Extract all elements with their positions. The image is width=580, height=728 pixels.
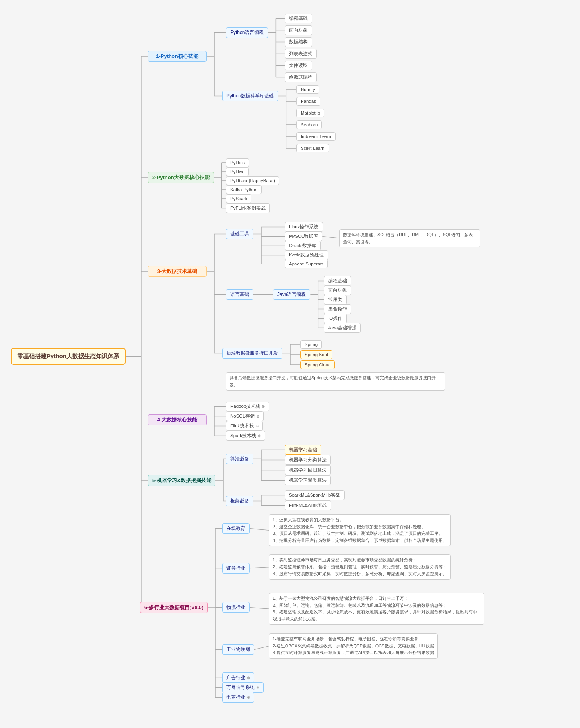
l3-imblearn: Imblearn-Learn (296, 132, 336, 141)
l3-kafka-python: Kafka-Python (226, 185, 262, 194)
root-label: 零基础搭建Python大数据生态知识体系 (17, 353, 119, 359)
l3-pandas: Pandas (296, 97, 320, 106)
l3-oo: 面向对象 (285, 25, 312, 35)
l3-numpy: Numpy (296, 85, 319, 94)
l2-ad: 广告行业 ⊕ (222, 672, 254, 683)
desc-securities: 1、实时监控证券市场每日业务交易，实现对证券市场交易数据的统计分析； 2、搭建监… (269, 554, 451, 580)
l3-ml-cls: 机器学习分类算法 (285, 455, 331, 465)
l3-pyhive: PyHive (226, 167, 249, 176)
l3-ds: 数据结构 (285, 37, 312, 47)
desc-edu: 1、还原大型在线教育的大数据平台。 2、建立企业数据仓库，统一企业数据中心，把分… (269, 514, 451, 546)
l3-ml-reg: 机器学习回归算法 (285, 465, 331, 475)
l3-oracle: Oracle数据库 (285, 241, 321, 251)
l2-framework: 框架必备 (226, 496, 253, 506)
l3-spring: Spring (300, 340, 322, 349)
svg-line-95 (254, 646, 269, 649)
l3-java-coll: 集合操作 (324, 304, 351, 314)
l2-ecomm: 电商行业 ⊕ (222, 692, 254, 703)
l2-python-sci: Python数据科学库基础 (222, 91, 278, 101)
desc-microservice: 具备后端数据微服务接口开发，可胜任通过Spring技术架构完成微服务搭建，可完成… (226, 372, 445, 391)
l1-ml-label: 5-机器学习&数据挖掘技能 (152, 477, 211, 483)
l3-mysql: MySQL数据库 (285, 231, 322, 241)
l1-bigdata-core-label: 4-大数据核心技能 (157, 417, 198, 423)
l3-java-oo: 面向对象 (324, 285, 351, 295)
svg-line-94 (250, 608, 269, 609)
l1-python-core-label: 1-Python核心技能 (156, 53, 198, 59)
l1-bigdata-tech: 3-大数据技术基础 (148, 266, 207, 277)
l1-bigdata-core: 4-大数据核心技能 (148, 414, 207, 425)
l3-java-class: 常用类 (324, 295, 347, 305)
l2-tools: 基础工具 (226, 229, 253, 239)
l3-pyspark: PySpark (226, 194, 251, 203)
desc-mysql: 数据库环境搭建、SQL语言（DDL、DML、DQL）、SQL语句、多表查询、索引… (339, 229, 480, 247)
l1-bigdata-tech-label: 3-大数据技术基础 (157, 268, 198, 274)
l3-list-expr: 列表表达式 (285, 49, 317, 59)
l1-python-core: 1-Python核心技能 (148, 51, 207, 62)
l2-wan: 万网信号系统 ⊕ (222, 682, 264, 693)
l3-kettle: Kettle数据预处理 (285, 250, 328, 260)
l3-java-advanced: Java基础增强 (324, 323, 361, 333)
l2-algo: 算法必备 (226, 454, 253, 464)
l3-sklearn: Scikit-Learn (296, 144, 329, 152)
l3-prog-base: 编程基础 (285, 14, 312, 23)
l3-file-read: 文件读取 (285, 61, 312, 70)
l2-iot: 工业物联网 (222, 644, 254, 655)
l3-sparkml: SparkML&SparkMllib实战 (285, 490, 345, 500)
desc-iot: 1-涵盖完整车联网业务场景，包含驾驶行程、电子围栏、远程诊断等真实业务 2-通过… (269, 633, 438, 659)
l2-logistics: 物流行业 (222, 602, 250, 613)
l3-flinkml: FlinkML&Alink实战 (285, 500, 331, 510)
l3-spring-cloud: Spring Cloud (300, 360, 335, 369)
l3-matplotlib: Matplotlib (296, 109, 324, 117)
l2-online-edu: 在线教育 (222, 523, 250, 534)
svg-line-92 (250, 529, 269, 531)
l1-python-bigdata-label: 2-Python大数据核心技能 (152, 174, 210, 180)
l3-superset: Apache Superset (285, 260, 328, 268)
l3-java-io: IO操作 (324, 314, 347, 323)
l1-python-bigdata: 2-Python大数据核心技能 (148, 172, 214, 183)
l2-lang: 语言基础 (226, 289, 253, 300)
l1-projects: 6-多行业大数据项目(V8.0) (140, 602, 208, 613)
l1-ml: 5-机器学习&数据挖掘技能 (148, 475, 215, 486)
l3-seaborn: Seaborn (296, 120, 322, 129)
l3-pyhdfs: PyHdfs (226, 158, 249, 167)
l3-nosql: NoSQL存储 ⊕ (226, 411, 264, 421)
l2-python-lang: Python语言编程 (226, 27, 268, 38)
l1-projects-label: 6-多行业大数据项目(V8.0) (144, 604, 203, 610)
page-container: 零基础搭建Python大数据生态知识体系 1-Python核心技能 Python… (0, 0, 580, 728)
root-node: 零基础搭建Python大数据生态知识体系 (11, 348, 126, 365)
mind-map: 零基础搭建Python大数据生态知识体系 1-Python核心技能 Python… (4, 8, 575, 719)
l3-hadoop: Hadoop技术栈 ⊕ (226, 402, 269, 411)
svg-line-48 (322, 237, 339, 238)
desc-logistics: 1、基于一家大型物流公司研发的智慧物流大数据平台，日订单上千万； 2、围绕订单、… (269, 593, 484, 625)
l2-java: Java语言编程 (273, 289, 310, 300)
l3-ml-cluster: 机器学习聚类算法 (285, 475, 331, 485)
l2-microservice: 后端数据微服务接口开发 (222, 348, 282, 359)
l3-linux: Linux操作系统 (285, 222, 323, 232)
l3-func-prog: 函数式编程 (285, 72, 317, 82)
l3-java-base: 编程基础 (324, 276, 351, 286)
l3-ml-base: 机器学习基础 (285, 445, 321, 455)
l3-flink: Flink技术栈 ⊕ (226, 421, 263, 431)
l2-securities: 证券行业 (222, 563, 250, 574)
l3-spring-boot: Spring Boot (300, 350, 332, 359)
svg-line-93 (250, 567, 269, 568)
l3-pyflink: PyFLink案例实战 (226, 203, 270, 213)
l3-pyhbase: PyHbase(HappyBase) (226, 176, 279, 185)
l3-spark: Spark技术栈 ⊕ (226, 431, 265, 441)
